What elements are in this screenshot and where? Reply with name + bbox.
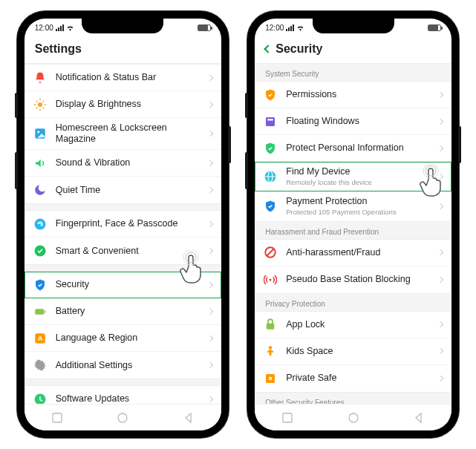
- chevron-right-icon: [207, 281, 213, 287]
- row-label: Security: [56, 279, 208, 290]
- svg-point-10: [37, 131, 39, 133]
- row-label: Homescreen & Lockscreen Magazine: [56, 122, 208, 145]
- gear-icon: [33, 358, 47, 372]
- sound-icon: [33, 157, 47, 170]
- svg-point-12: [34, 246, 45, 257]
- row-label: Permissions: [286, 89, 438, 100]
- chevron-right-icon: [207, 220, 213, 226]
- svg-rect-14: [45, 310, 46, 312]
- settings-row-additional-settings[interactable]: Additional Settings: [25, 352, 221, 378]
- row-label: Notification & Status Bar: [56, 72, 208, 83]
- section-header: System Security: [255, 64, 451, 81]
- row-label: Anti-harassment/Fraud: [286, 247, 438, 258]
- settings-row-find-my-device[interactable]: Find My Device Remotely locate this devi…: [255, 162, 451, 191]
- row-label: Smart & Convenient: [56, 246, 208, 257]
- chevron-right-icon: [207, 101, 213, 107]
- kid-icon: [264, 344, 277, 358]
- chevron-right-icon: [437, 348, 443, 354]
- volume-button: [245, 93, 248, 118]
- svg-line-8: [43, 100, 45, 102]
- svg-rect-34: [267, 324, 275, 330]
- back-icon[interactable]: [264, 45, 273, 53]
- settings-row-display-brightness[interactable]: Display & Brightness: [25, 91, 221, 118]
- settings-group: Fingerprint, Face & Passcode Smart & Con…: [25, 210, 221, 265]
- safe-icon: [264, 372, 277, 385]
- sun-icon: [33, 98, 47, 111]
- settings-row-protect-personal-information[interactable]: Protect Personal Information: [255, 135, 451, 162]
- home-button[interactable]: [348, 412, 359, 424]
- settings-row-battery[interactable]: Battery: [25, 298, 221, 325]
- chevron-right-icon: [437, 249, 443, 255]
- svg-rect-26: [266, 117, 275, 126]
- row-subtitle: Remotely locate this device: [286, 178, 438, 186]
- back-button[interactable]: [183, 412, 195, 424]
- display-notch: [82, 19, 163, 33]
- settings-group: Anti-harassment/Fraud Pseudo Base Statio…: [255, 239, 451, 294]
- settings-row-app-lock[interactable]: App Lock: [255, 312, 451, 338]
- page-title: Security: [276, 42, 322, 56]
- settings-group: Software Updates About Phone: [25, 385, 221, 404]
- chevron-right-icon: [207, 248, 213, 254]
- recents-button[interactable]: [281, 412, 293, 424]
- chevron-right-icon: [437, 118, 443, 124]
- settings-group: Security Battery A Language & Region Add…: [25, 271, 221, 379]
- settings-row-permissions[interactable]: Permissions: [255, 82, 451, 108]
- settings-row-security[interactable]: Security: [25, 272, 221, 298]
- settings-row-payment-protection[interactable]: Payment Protection Protected 105 Payment…: [255, 191, 451, 220]
- settings-row-homescreen-lockscreen-magazine[interactable]: Homescreen & Lockscreen Magazine: [25, 118, 221, 150]
- row-label: Find My Device: [286, 166, 438, 177]
- lock-icon: [264, 318, 277, 331]
- window-icon: [264, 115, 277, 128]
- phone-mockup-security: 12:00 Security System Security Permissio…: [247, 11, 459, 438]
- settings-row-notification-status-bar[interactable]: Notification & Status Bar: [25, 65, 221, 91]
- wifi-icon: [296, 24, 304, 32]
- svg-point-0: [38, 102, 42, 107]
- row-label: Display & Brightness: [56, 99, 208, 110]
- svg-rect-27: [268, 119, 274, 120]
- section-spacer: [25, 379, 221, 385]
- page-title: Settings: [35, 42, 211, 56]
- settings-row-smart-convenient[interactable]: Smart & Convenient: [25, 237, 221, 264]
- signal-icon: [286, 24, 294, 31]
- svg-rect-22: [53, 413, 62, 422]
- settings-row-language-region[interactable]: A Language & Region: [25, 325, 221, 352]
- security-list[interactable]: System Security Permissions Floating Win…: [255, 64, 451, 404]
- chevron-right-icon: [437, 91, 443, 97]
- settings-list[interactable]: Notification & Status Bar Display & Brig…: [25, 64, 221, 404]
- status-time: 12:00: [265, 24, 284, 32]
- row-label: Fingerprint, Face & Passcode: [56, 218, 208, 229]
- svg-point-23: [118, 413, 127, 422]
- chevron-right-icon: [437, 203, 443, 209]
- back-button[interactable]: [413, 412, 425, 424]
- globe-icon: A: [33, 332, 47, 345]
- settings-row-sound-vibration[interactable]: Sound & Vibration: [25, 150, 221, 177]
- shield-icon: [33, 278, 47, 292]
- status-time: 12:00: [35, 24, 53, 32]
- settings-row-private-safe[interactable]: Private Safe: [255, 365, 451, 392]
- row-label: Sound & Vibration: [56, 157, 208, 168]
- home-button[interactable]: [117, 412, 128, 424]
- row-label: Additional Settings: [56, 360, 208, 371]
- recents-button[interactable]: [51, 412, 63, 424]
- row-label: Battery: [56, 306, 208, 317]
- settings-row-fingerprint-face-passcode[interactable]: Fingerprint, Face & Passcode: [25, 211, 221, 237]
- antenna-icon: [264, 273, 277, 286]
- row-label: Pseudo Base Station Blocking: [286, 274, 438, 285]
- volume-button: [15, 152, 18, 189]
- settings-row-kids-space[interactable]: Kids Space: [255, 338, 451, 365]
- settings-row-quiet-time[interactable]: Quiet Time: [25, 177, 221, 203]
- chevron-right-icon: [437, 277, 443, 283]
- svg-point-35: [269, 347, 273, 350]
- settings-row-software-updates[interactable]: Software Updates: [25, 386, 221, 404]
- shield-icon: [264, 142, 277, 155]
- settings-row-floating-windows[interactable]: Floating Windows: [255, 108, 451, 135]
- wifi-icon: [66, 24, 74, 32]
- page-header: Settings: [25, 36, 221, 64]
- power-button: [228, 126, 231, 163]
- settings-row-anti-harassment-fraud[interactable]: Anti-harassment/Fraud: [255, 240, 451, 266]
- shield-icon: [264, 200, 277, 213]
- row-label: App Lock: [286, 319, 438, 330]
- image-icon: [33, 127, 47, 140]
- settings-row-pseudo-base-station-blocking[interactable]: Pseudo Base Station Blocking: [255, 266, 451, 293]
- update-icon: [33, 393, 47, 404]
